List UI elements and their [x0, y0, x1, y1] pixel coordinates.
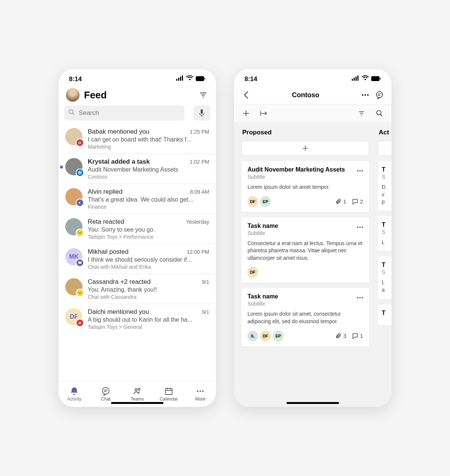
svg-point-55 [377, 111, 381, 115]
card-more-icon[interactable] [357, 223, 363, 229]
search-icon[interactable] [374, 108, 385, 119]
tab-label: Activity [67, 396, 81, 402]
filter-icon[interactable] [356, 108, 367, 119]
feed-header: Feed [58, 86, 216, 105]
expand-icon[interactable] [259, 108, 269, 119]
feed-context: Contoso [88, 174, 209, 180]
add-icon[interactable] [241, 108, 251, 119]
feed-avatar: @ [65, 128, 82, 145]
svg-point-42 [362, 94, 363, 96]
svg-rect-2 [180, 77, 181, 81]
board-lanes[interactable]: Proposed Audit November Marketing Assets… [234, 123, 392, 407]
feed-item[interactable]: @ Babak mentioned you1:25 PM I can get o… [58, 124, 216, 154]
card-title: Audit November Marketing Assets [248, 166, 345, 173]
task-card[interactable]: Task name Subtitle Consectetur a erat na… [242, 217, 369, 283]
svg-line-56 [381, 114, 382, 116]
task-card-peek[interactable]: T S D v p [378, 161, 392, 211]
svg-point-44 [367, 94, 369, 96]
tab-activity[interactable]: Activity [58, 381, 90, 407]
svg-rect-29 [165, 389, 172, 395]
feed-preview: A big should out to Karin for all the ha… [88, 316, 209, 323]
add-card-button[interactable] [378, 141, 392, 156]
feed-item[interactable]: Krystal added a task1:02 PM Audit Novemb… [58, 154, 216, 184]
search-bar[interactable] [64, 105, 184, 121]
svg-point-61 [362, 170, 363, 172]
svg-line-10 [72, 113, 74, 115]
svg-point-66 [360, 297, 361, 298]
status-time: 8:14 [244, 75, 257, 83]
feed-timestamp: 12:00 PM [187, 249, 209, 255]
card-description: Consectetur a erat nam at lectus. Tempus… [248, 240, 363, 262]
svg-point-62 [357, 226, 358, 227]
tab-more[interactable]: More [184, 381, 216, 407]
feed-timestamp: 8:09 AM [190, 189, 209, 195]
phone-feed: 8:14 Feed @ Babak mentioned you1:25 PM I… [58, 69, 216, 407]
feed-item[interactable]: MK Mikhail posted12:00 PM I think we sho… [58, 244, 216, 274]
activity-badge-icon [76, 199, 84, 207]
card-more-icon[interactable] [357, 293, 363, 300]
task-card-peek[interactable]: T S L a [378, 256, 392, 299]
svg-text:@: @ [78, 141, 82, 145]
card-description: Lorem ipsum dolor sit amet, consectetur … [248, 310, 363, 325]
filter-icon[interactable] [198, 90, 208, 100]
svg-point-45 [376, 92, 383, 98]
feed-item[interactable]: DF @ Daichi mentioned you9/1 A big shoul… [58, 304, 216, 334]
task-card-peek[interactable]: T [378, 304, 392, 325]
profile-avatar[interactable] [66, 88, 80, 102]
task-card[interactable]: Audit November Marketing Assets Subtitle… [242, 161, 369, 212]
feed-timestamp: 9/1 [202, 279, 209, 285]
feed-timestamp: Yesterday [186, 219, 209, 225]
feed-timestamp: 1:25 PM [190, 129, 209, 135]
activity-badge-icon [76, 289, 84, 297]
tab-label: Teams [130, 396, 144, 402]
column-active-peek[interactable]: Act T S D v pT S LT S L aT [378, 129, 392, 401]
status-icons [176, 74, 206, 84]
feed-item[interactable]: Alvin replied8:09 AM That's a great idea… [58, 184, 216, 214]
card-more-icon[interactable] [357, 166, 363, 173]
svg-rect-11 [201, 109, 203, 114]
feed-preview: I think we should seriously consider if.… [88, 256, 209, 263]
svg-rect-5 [204, 78, 205, 80]
svg-point-59 [357, 170, 358, 172]
svg-point-18 [80, 232, 81, 233]
search-icon [68, 109, 75, 117]
feed-title: Reta reacted [88, 218, 124, 226]
svg-point-67 [362, 297, 363, 298]
task-card-peek[interactable]: T S L [378, 216, 392, 252]
comment-count: 2 [352, 198, 363, 205]
card-title: T [382, 166, 389, 173]
card-description: Lorem ipsum dolor sit amet tempor. [248, 184, 363, 191]
feed-context: Finance [88, 204, 209, 210]
card-title: T [382, 310, 389, 316]
card-description: L [382, 239, 389, 246]
feed-list[interactable]: @ Babak mentioned you1:25 PM I can get o… [58, 124, 216, 381]
svg-point-63 [360, 226, 361, 227]
feed-preview: Audit November Marketing Assets [88, 166, 209, 173]
search-input[interactable] [79, 109, 181, 117]
add-card-button[interactable] [242, 141, 369, 156]
feed-title: Mikhail posted [88, 248, 129, 256]
svg-point-21 [79, 292, 80, 293]
feed-context: Tailspin Toys > Performance [88, 234, 209, 240]
feed-preview: You: Amazing, thank you!! [88, 286, 209, 293]
task-card[interactable]: Task name Subtitle Lorem ipsum dolor sit… [242, 288, 369, 346]
back-button[interactable] [241, 90, 251, 100]
feed-avatar [65, 188, 82, 205]
activity-badge-icon: @ [76, 319, 84, 327]
column-header: Act [378, 129, 392, 136]
feed-avatar [65, 218, 82, 235]
svg-point-34 [200, 390, 201, 392]
feed-context: Tailspin Toys > General [88, 324, 209, 330]
column-proposed: Proposed Audit November Marketing Assets… [242, 129, 369, 401]
card-subtitle: S [382, 174, 389, 180]
assignee-chip: DF [260, 331, 271, 341]
mic-button[interactable] [194, 105, 210, 121]
status-time: 8:14 [69, 75, 82, 83]
feed-item[interactable]: Reta reactedYesterday You: Sorry to see … [58, 214, 216, 244]
feed-item[interactable]: Cassandra +2 reacted9/1 You: Amazing, th… [58, 274, 216, 304]
card-subtitle: S [382, 229, 389, 235]
assignee-chip: EP [273, 331, 284, 341]
feed-avatar [65, 278, 82, 295]
more-icon[interactable] [360, 90, 370, 100]
chat-icon[interactable] [374, 90, 385, 100]
